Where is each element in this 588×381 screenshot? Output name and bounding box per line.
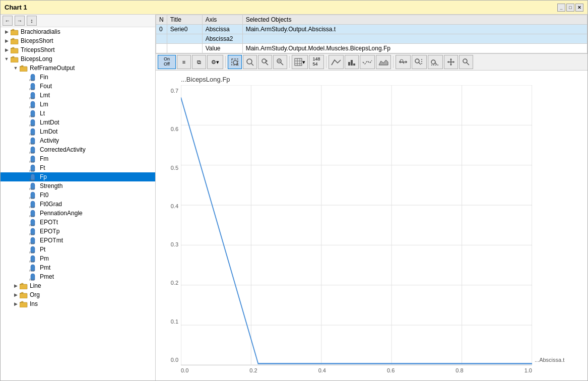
tree-node-bicepslong[interactable]: ▼ BicepsLong xyxy=(1,54,155,64)
search-button[interactable] xyxy=(459,55,473,69)
tree-node-activity[interactable]: Float Activity xyxy=(1,136,155,145)
count-button[interactable]: 14854 xyxy=(309,55,324,69)
tree-node-fm[interactable]: Float Fm xyxy=(1,154,155,163)
expander-tricepsshort[interactable]: ▶ xyxy=(3,46,11,54)
zoom-xsel-button[interactable] xyxy=(412,55,427,69)
y-tick-01: 0.1 xyxy=(171,319,178,325)
grid-button[interactable]: ▾ xyxy=(292,55,308,69)
tree-node-pmet[interactable]: Float Pmet xyxy=(1,272,155,281)
svg-text:Float: Float xyxy=(29,206,35,209)
zoom-mode-button[interactable] xyxy=(243,55,257,69)
maximize-button[interactable]: □ xyxy=(566,4,574,12)
tree-node-pt[interactable]: Float Pt xyxy=(1,245,155,254)
tree-node-line[interactable]: ▶ Line xyxy=(1,281,155,290)
series-row-value[interactable]: Value Main.ArmStudy.Output.Model.Muscles… xyxy=(156,44,587,53)
tree-node-fp[interactable]: Float Fp xyxy=(1,172,155,181)
tree-node-epott[interactable]: Float EPOTt xyxy=(1,218,155,227)
zoom-fit-button[interactable] xyxy=(258,55,272,69)
leaf-icon-pm: Float xyxy=(29,255,38,263)
tree-node-lmt[interactable]: Float Lmt xyxy=(1,91,155,100)
node-label-pm: Pm xyxy=(39,255,49,262)
expander-leaf-ft xyxy=(21,164,29,172)
node-label-pt: Pt xyxy=(39,246,45,253)
tree-node-epotp[interactable]: Float EPOTp xyxy=(1,227,155,236)
node-label-fout: Fout xyxy=(39,83,52,90)
window-title: Chart 1 xyxy=(5,4,27,11)
minimize-button[interactable]: _ xyxy=(557,4,565,12)
x-tick-08: 0.8 xyxy=(455,367,463,373)
close-button[interactable]: ✕ xyxy=(575,4,583,12)
leaf-icon-ft: Float xyxy=(29,164,38,172)
line-style-button[interactable] xyxy=(329,55,344,69)
tree-scroll[interactable]: ▶ Brachioradialis▶ BicepsShort▶ TricepsS… xyxy=(1,27,155,380)
y-tick-03: 0.3 xyxy=(171,241,178,247)
svg-text:Float: Float xyxy=(29,188,35,190)
leaf-icon-pmt: Float xyxy=(29,264,38,272)
zoom-rect-button[interactable] xyxy=(228,55,242,69)
bar-style-button[interactable] xyxy=(345,55,359,69)
tree-node-lm[interactable]: Float Lm xyxy=(1,100,155,109)
svg-marker-87 xyxy=(450,64,452,66)
node-label-fm: Fm xyxy=(39,155,48,162)
zoom-ysel-button[interactable] xyxy=(428,55,443,69)
on-off-button[interactable]: OnOff xyxy=(158,55,176,69)
expander-leaf-pmt xyxy=(21,264,29,272)
table-button[interactable]: ≡ xyxy=(177,55,191,69)
tree-node-refframeoutput[interactable]: ▼ RefFrameOutput xyxy=(1,64,155,73)
tree-node-lmdot[interactable]: Float LmDot xyxy=(1,127,155,136)
tree-node-org[interactable]: ▶ Org xyxy=(1,290,155,299)
zoom-x-button[interactable] xyxy=(396,55,411,69)
x-axis-label: ...Abscissa.t xyxy=(535,357,564,363)
svg-text:Float: Float xyxy=(29,152,35,154)
tree-node-pm[interactable]: Float Pm xyxy=(1,254,155,263)
tree-node-ft0[interactable]: Float Ft0 xyxy=(1,190,155,200)
tree-node-tricepsshort[interactable]: ▶ TricepsShort xyxy=(1,45,155,54)
expander-line[interactable]: ▶ xyxy=(12,282,20,290)
tree-node-pennationangle[interactable]: Float PennationAngle xyxy=(1,209,155,218)
tree-node-correctedactivity[interactable]: Float CorrectedActivity xyxy=(1,145,155,154)
settings-button[interactable]: ⚙▾ xyxy=(207,55,223,69)
tree-node-lmtdot[interactable]: Float LmtDot xyxy=(1,118,155,127)
leaf-icon-pennationangle: Float xyxy=(29,209,38,217)
svg-text:Float: Float xyxy=(29,242,35,245)
tree-node-fout[interactable]: Float Fout xyxy=(1,82,155,91)
tree-node-ins[interactable]: ▶ Ins xyxy=(1,299,155,308)
pan-button[interactable] xyxy=(444,55,458,69)
expander-brachioradialis[interactable]: ▶ xyxy=(3,28,11,36)
area-style-button[interactable] xyxy=(376,55,391,69)
expander-refframeoutput[interactable]: ▼ xyxy=(12,64,20,72)
expander-bicepsshort[interactable]: ▶ xyxy=(3,37,11,45)
tree-node-bicepsshort[interactable]: ▶ BicepsShort xyxy=(1,36,155,45)
leaf-icon-fp: Float xyxy=(29,173,38,181)
folder-icon-tricepsshort xyxy=(11,46,19,54)
svg-text:Float: Float xyxy=(29,270,35,272)
tree-node-epotmt[interactable]: Float EPOTmt xyxy=(1,236,155,245)
expander-ins[interactable]: ▶ xyxy=(12,300,20,308)
x-tick-04: 0.4 xyxy=(318,367,326,373)
series-row-abscissa[interactable]: 0 Serie0 Abscissa Main.ArmStudy.Output.A… xyxy=(156,25,587,34)
expander-leaf-lmdot xyxy=(21,128,29,136)
scatter-style-button[interactable] xyxy=(360,55,375,69)
y-tick-04: 0.4 xyxy=(171,203,178,209)
tree-panel: ← → ↕ ▶ Brachioradialis▶ BicepsShort▶ Tr… xyxy=(1,15,156,380)
sort-button[interactable]: ↕ xyxy=(27,16,37,26)
y-tick-00: 0.0 xyxy=(171,357,178,363)
copy-button[interactable]: ⧉ xyxy=(192,55,206,69)
tree-node-fin[interactable]: Float Fin xyxy=(1,73,155,82)
leaf-icon-fin: Float xyxy=(29,73,38,81)
tree-node-lt[interactable]: Float Lt xyxy=(1,109,155,118)
tree-node-pmt[interactable]: Float Pmt xyxy=(1,263,155,272)
tree-node-ft0grad[interactable]: Float Ft0Grad xyxy=(1,200,155,209)
back-button[interactable]: ← xyxy=(3,16,13,26)
tree-node-strength[interactable]: Float Strength xyxy=(1,181,155,190)
forward-button[interactable]: → xyxy=(15,16,25,26)
series-row-abscissa2[interactable]: Abscissa2 xyxy=(156,34,587,44)
folder-icon-bicepslong xyxy=(11,55,19,63)
tree-node-ft[interactable]: Float Ft xyxy=(1,163,155,172)
expander-org[interactable]: ▶ xyxy=(12,291,20,299)
expander-leaf-lmt xyxy=(21,91,29,99)
tree-node-brachioradialis[interactable]: ▶ Brachioradialis xyxy=(1,27,155,36)
expander-bicepslong[interactable]: ▼ xyxy=(3,55,11,63)
node-label-ft: Ft xyxy=(39,164,45,171)
zoom-in-button[interactable] xyxy=(273,55,287,69)
